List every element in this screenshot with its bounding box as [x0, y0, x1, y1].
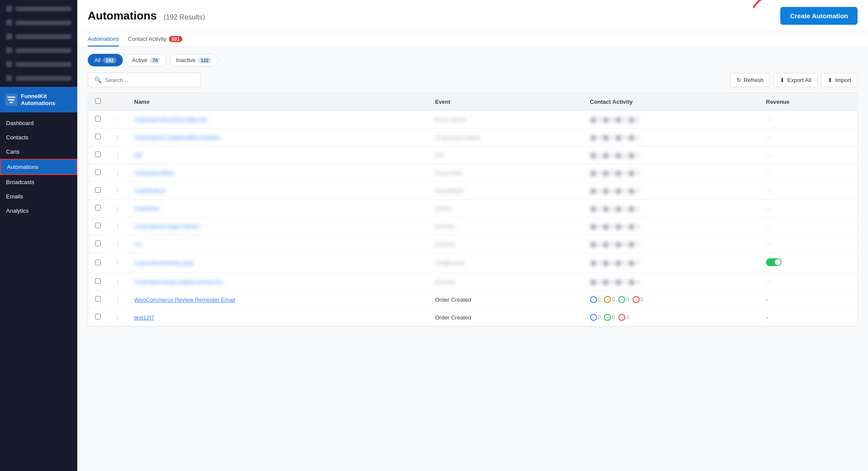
row-revenue-blurred: --- — [766, 134, 772, 141]
row-checkbox[interactable] — [95, 223, 101, 228]
sidebar-blurred-top — [0, 0, 77, 87]
drag-handle[interactable]: ⋮ — [108, 146, 127, 164]
sidebar-blurred-icon-1 — [6, 6, 12, 12]
automation-name-link-2[interactable]: test12t7 — [134, 314, 154, 321]
row-checkbox[interactable] — [95, 169, 101, 175]
search-box[interactable]: 🔍 — [88, 72, 201, 87]
row-checkbox[interactable] — [95, 152, 101, 157]
drag-handle[interactable]: ⋮ — [108, 253, 127, 273]
sidebar-item-label-automations: Automations — [7, 164, 38, 170]
toggle-on-cell[interactable] — [766, 258, 782, 266]
drag-handle[interactable]: ⋮ — [108, 128, 127, 146]
sidebar-item-dashboard[interactable]: Dashboard — [0, 116, 77, 130]
table-row: ⋮ AA EvtSm4 ⬤ 0 ⬤ 0 ⬤ 0 ⬤ 0 --- — [88, 235, 857, 253]
sub-nav-links: Automations Contact Activity 591 — [88, 32, 858, 46]
export-button[interactable]: ⬇ Export All — [773, 73, 818, 87]
row-event-blurred: Evt — [435, 152, 443, 158]
row-name-blurred: AutomationLonger Name2 — [134, 223, 200, 230]
sidebar-item-broadcasts[interactable]: Broadcasts — [0, 175, 77, 189]
filter-tab-all[interactable]: All 192 — [88, 54, 123, 66]
search-input[interactable] — [105, 77, 194, 83]
page-title-area: Automations (192 Results) — [88, 9, 205, 23]
revenue-cell-2: - — [759, 309, 857, 326]
dot-circle-green-2: ○ — [604, 314, 611, 321]
refresh-icon: ↻ — [736, 77, 741, 83]
sidebar-blurred-text-6 — [16, 76, 71, 81]
row-event-blurred: EvtSm — [435, 205, 452, 212]
row-event-blurred: Long Event Name — [435, 134, 480, 141]
sidebar-item-analytics[interactable]: Analytics — [0, 204, 77, 218]
sidebar-nav: Dashboard Contacts Carts Automations Bro… — [0, 112, 77, 471]
sidebar-blurred-item-3 — [0, 30, 77, 43]
drag-handle[interactable]: ⋮ — [108, 235, 127, 253]
filter-tab-inactive-label: Inactive — [176, 57, 195, 63]
row-checkbox[interactable] — [95, 314, 101, 319]
row-name-blurred: AB — [134, 152, 142, 158]
row-checkbox[interactable] — [95, 134, 101, 139]
table-row: ⋮ AutomationNameLong3 LongEvent2 ⬤ 0 ⬤ 0… — [88, 253, 857, 273]
drag-handle[interactable]: ⋮ — [108, 182, 127, 200]
activity-cell-1: ○ 0 ○ 0 ○ 0 — [583, 291, 759, 309]
row-revenue-blurred: --- — [766, 223, 772, 230]
row-revenue-blurred: --- — [766, 188, 772, 194]
filter-tabs: All 192 Active 70 Inactive 122 — [88, 54, 858, 66]
sidebar-item-carts[interactable]: Carts — [0, 145, 77, 159]
filter-tab-inactive[interactable]: Inactive 122 — [169, 54, 218, 66]
row-checkbox[interactable] — [95, 205, 101, 211]
drag-handle[interactable]: ⋮ — [108, 309, 127, 326]
select-all-checkbox[interactable] — [95, 98, 101, 104]
dot-circle-green: ○ — [618, 296, 625, 303]
content-inner: All 192 Active 70 Inactive 122 🔍 — [77, 47, 868, 334]
row-name-blurred: AutomationVeryLongNameHereToo — [134, 279, 223, 285]
automation-name-link-1[interactable]: WooCommerce Review Reminder Email — [134, 296, 235, 303]
drag-handle[interactable]: ⋮ — [108, 217, 127, 235]
results-count: (192 Results) — [164, 13, 205, 21]
filter-tab-all-badge: 192 — [103, 57, 116, 63]
header-drag-cell — [108, 93, 127, 111]
sidebar-item-contacts[interactable]: Contacts — [0, 130, 77, 145]
drag-handle[interactable]: ⋮ — [108, 273, 127, 291]
export-icon: ⬇ — [780, 77, 785, 83]
drag-handle[interactable]: ⋮ — [108, 164, 127, 182]
create-btn-wrapper: Create Automation — [780, 7, 858, 25]
sidebar-item-emails[interactable]: Emails — [0, 189, 77, 204]
row-event-blurred: EventMed2 — [435, 188, 464, 194]
revenue-cell-1: - — [759, 291, 857, 309]
row-checkbox[interactable] — [95, 240, 101, 246]
table-header: Name Event Contact Activity Revenue — [88, 93, 857, 111]
import-button[interactable]: ⬆ Import — [821, 73, 858, 87]
activity-dot-3: ○ 0 — [618, 296, 629, 303]
filter-tab-active[interactable]: Active 70 — [125, 54, 167, 66]
row-checkbox[interactable] — [95, 260, 101, 265]
row-name-blurred: AutoShort — [134, 205, 159, 212]
event-cell-1: Order Created — [428, 291, 583, 309]
dot-circle-red: ○ — [633, 296, 640, 303]
sidebar-blurred-item-5 — [0, 57, 77, 71]
sidebar-item-label-analytics: Analytics — [6, 208, 29, 214]
sidebar-blurred-icon-2 — [6, 20, 12, 26]
refresh-label: Refresh — [744, 77, 764, 83]
row-activity-blurred: ⬤ 0 ⬤ 0 ⬤ 0 ⬤ 0 — [590, 188, 640, 194]
row-event-blurred: EvtSm5 — [435, 279, 455, 285]
row-checkbox[interactable] — [95, 116, 101, 122]
table-row: ⋮ AutomationLongNameBlurredHere Long Eve… — [88, 128, 857, 146]
drag-handle[interactable]: ⋮ — [108, 200, 127, 217]
row-checkbox[interactable] — [95, 296, 101, 302]
refresh-button[interactable]: ↻ Refresh — [730, 73, 770, 87]
sidebar-item-automations[interactable]: Automations — [0, 159, 77, 175]
main-content: Automations (192 Results) Create Automat… — [77, 0, 868, 471]
dot-circle-orange: ○ — [604, 296, 611, 303]
sidebar-blurred-item-6 — [0, 71, 77, 85]
sub-nav-automations[interactable]: Automations — [88, 32, 119, 46]
dot-circle-red-2: ○ — [618, 314, 625, 321]
sidebar-logo: FunnelKit Automations — [0, 87, 77, 112]
row-activity-blurred: ⬤ 0 ⬤ 0 ⬤ 0 ⬤ 0 — [590, 205, 640, 212]
sub-nav-contact-activity[interactable]: Contact Activity 591 — [128, 32, 182, 46]
row-checkbox[interactable] — [95, 278, 101, 284]
drag-handle[interactable]: ⋮ — [108, 291, 127, 309]
row-name-blurred: AutomationMed — [134, 170, 174, 176]
drag-handle[interactable]: ⋮ — [108, 111, 127, 128]
create-automation-button[interactable]: Create Automation — [780, 7, 858, 25]
search-icon: 🔍 — [94, 76, 102, 83]
row-checkbox[interactable] — [95, 187, 101, 193]
